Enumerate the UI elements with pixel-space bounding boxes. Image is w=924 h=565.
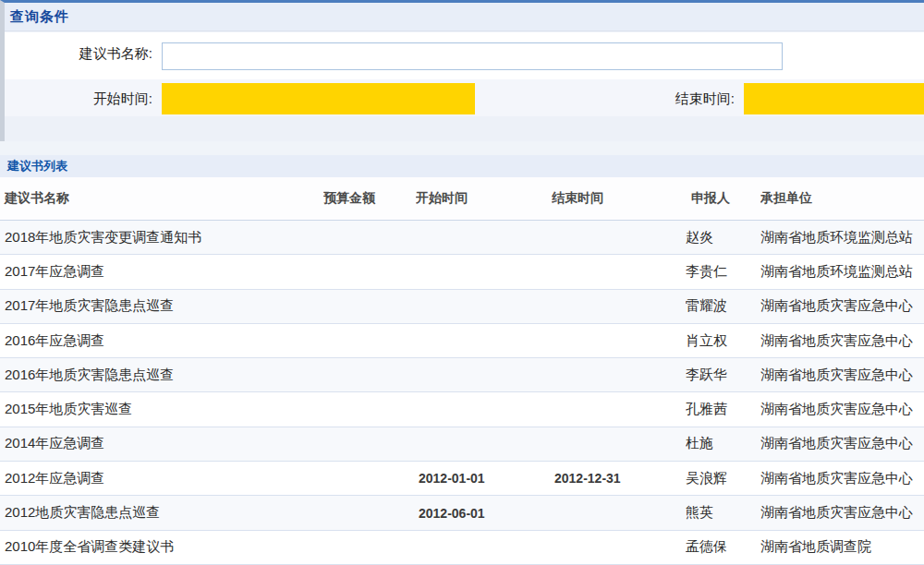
cell-unit: 湖南省地质灾害应急中心 bbox=[760, 470, 924, 487]
cell-applicant: 杜施 bbox=[686, 435, 760, 452]
column-header-name: 建议书名称 bbox=[0, 190, 323, 207]
cell-applicant: 熊英 bbox=[686, 504, 760, 522]
cell-proposal-name: 2017年地质灾害隐患点巡查 bbox=[0, 297, 323, 315]
query-conditions-panel: 查询条件 建议书名称: 开始时间: 结束时间: bbox=[0, 0, 924, 141]
cell-applicant: 李跃华 bbox=[686, 367, 760, 384]
page: 查询条件 建议书名称: 开始时间: 结束时间: 建议书列表 建议书名称 预算金额… bbox=[0, 0, 924, 565]
cell-applicant: 雷耀波 bbox=[686, 297, 760, 315]
proposal-list-title: 建议书列表 bbox=[0, 158, 67, 174]
table-row[interactable]: 2015年地质灾害巡查 孔雅茜 湖南省地质灾害应急中心 bbox=[0, 392, 924, 427]
cell-proposal-name: 2015年地质灾害巡查 bbox=[0, 401, 323, 418]
cell-unit: 湖南省地质环境监测总站 bbox=[760, 263, 924, 281]
cell-proposal-name: 2018年地质灾害变更调查通知书 bbox=[0, 229, 323, 246]
cell-applicant: 孟德保 bbox=[686, 538, 760, 556]
proposal-name-label: 建议书名称: bbox=[5, 45, 152, 63]
query-panel-header: 查询条件 bbox=[5, 3, 924, 31]
column-header-budget: 预算金额 bbox=[323, 190, 416, 207]
table-row[interactable]: 2016年应急调查 肖立权 湖南省地质灾害应急中心 bbox=[0, 324, 924, 358]
cell-applicant: 孔雅茜 bbox=[686, 401, 760, 418]
cell-unit: 湖南省地质调查院 bbox=[760, 538, 924, 556]
cell-unit: 湖南省地质灾害应急中心 bbox=[760, 435, 924, 452]
cell-proposal-name: 2014年应急调查 bbox=[0, 435, 323, 452]
panel-gap bbox=[0, 141, 924, 155]
cell-end-time: 2012-12-31 bbox=[552, 471, 686, 486]
start-time-label: 开始时间: bbox=[5, 90, 152, 108]
proposal-name-row: 建议书名称: bbox=[5, 32, 924, 79]
cell-proposal-name: 2010年度全省调查类建议书 bbox=[0, 538, 323, 556]
table-row[interactable]: 2017年应急调查 李贵仁 湖南省地质环境监测总站 bbox=[0, 255, 924, 289]
cell-unit: 湖南省地质灾害应急中心 bbox=[760, 401, 924, 418]
cell-unit: 湖南省地质灾害应急中心 bbox=[760, 367, 924, 384]
cell-start-time: 2012-06-01 bbox=[416, 506, 552, 521]
cell-applicant: 李贵仁 bbox=[686, 263, 760, 281]
query-panel-title: 查询条件 bbox=[5, 8, 69, 26]
cell-unit: 湖南省地质灾害应急中心 bbox=[760, 504, 924, 522]
table-header-row: 建议书名称 预算金额 开始时间 结束时间 申报人 承担单位 bbox=[0, 177, 924, 221]
start-time-input[interactable] bbox=[162, 83, 475, 114]
table-row[interactable]: 2017年地质灾害隐患点巡查 雷耀波 湖南省地质灾害应急中心 bbox=[0, 290, 924, 324]
end-time-input[interactable] bbox=[744, 83, 924, 114]
column-header-applicant: 申报人 bbox=[686, 190, 760, 207]
cell-proposal-name: 2017年应急调查 bbox=[0, 263, 323, 281]
proposal-name-input[interactable] bbox=[162, 42, 783, 70]
cell-start-time: 2012-01-01 bbox=[416, 471, 552, 486]
table-row[interactable]: 2016年地质灾害隐患点巡查 李跃华 湖南省地质灾害应急中心 bbox=[0, 358, 924, 392]
proposal-list-band: 建议书列表 bbox=[0, 155, 924, 177]
cell-unit: 湖南省地质环境监测总站 bbox=[760, 229, 924, 246]
column-header-start: 开始时间 bbox=[416, 190, 552, 207]
table-row[interactable]: 2014年应急调查 杜施 湖南省地质灾害应急中心 bbox=[0, 427, 924, 462]
table-row[interactable]: 2012地质灾害隐患点巡查 2012-06-01 熊英 湖南省地质灾害应急中心 bbox=[0, 496, 924, 530]
cell-proposal-name: 2012地质灾害隐患点巡查 bbox=[0, 504, 323, 522]
table-row[interactable]: 2010年度全省调查类建议书 孟德保 湖南省地质调查院 bbox=[0, 531, 924, 565]
cell-proposal-name: 2012年应急调查 bbox=[0, 470, 323, 487]
cell-applicant: 吴浪辉 bbox=[686, 470, 760, 487]
end-time-label: 结束时间: bbox=[559, 90, 735, 108]
cell-applicant: 赵炎 bbox=[686, 229, 760, 246]
column-header-unit: 承担单位 bbox=[760, 190, 924, 207]
column-header-end: 结束时间 bbox=[552, 190, 686, 207]
cell-applicant: 肖立权 bbox=[686, 332, 760, 350]
cell-unit: 湖南省地质灾害应急中心 bbox=[760, 297, 924, 315]
table-row[interactable]: 2012年应急调查 2012-01-01 2012-12-31 吴浪辉 湖南省地… bbox=[0, 462, 924, 496]
cell-proposal-name: 2016年应急调查 bbox=[0, 332, 323, 350]
date-range-row: 开始时间: 结束时间: bbox=[5, 79, 924, 116]
cell-unit: 湖南省地质灾害应急中心 bbox=[760, 332, 924, 350]
table-row[interactable]: 2018年地质灾害变更调查通知书 赵炎 湖南省地质环境监测总站 bbox=[0, 221, 924, 255]
cell-proposal-name: 2016年地质灾害隐患点巡查 bbox=[0, 367, 323, 384]
table-body: 2018年地质灾害变更调查通知书 赵炎 湖南省地质环境监测总站 2017年应急调… bbox=[0, 221, 924, 565]
